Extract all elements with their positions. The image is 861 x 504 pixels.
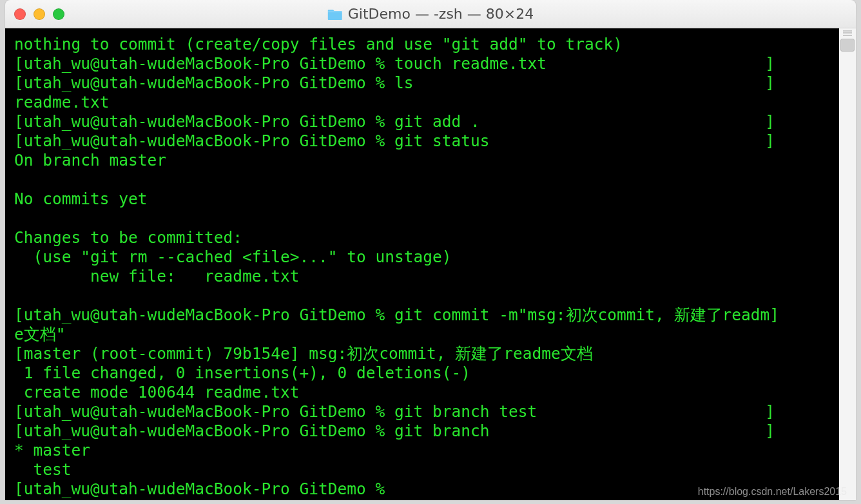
terminal-output[interactable]: nothing to commit (create/copy files and… (14, 35, 851, 499)
titlebar[interactable]: GitDemo — -zsh — 80×24 (5, 0, 856, 28)
minimize-icon[interactable] (34, 8, 45, 20)
scrollbar-track[interactable] (839, 28, 856, 500)
terminal-line (14, 209, 851, 228)
close-icon[interactable] (14, 8, 26, 20)
terminal-line: [master (root-commit) 79b154e] msg:初次com… (14, 344, 851, 363)
terminal-line: new file: readme.txt (14, 267, 851, 286)
window-title-group: GitDemo — -zsh — 80×24 (327, 6, 534, 22)
terminal-line: test (14, 460, 851, 480)
terminal-line: create mode 100644 readme.txt (14, 383, 851, 402)
terminal-line: [utah_wu@utah-wudeMacBook-Pro GitDemo % … (14, 305, 851, 325)
terminal-line: [utah_wu@utah-wudeMacBook-Pro GitDemo % … (14, 73, 851, 93)
terminal-line: No commits yet (14, 189, 851, 209)
terminal-line: Changes to be committed: (14, 228, 851, 247)
terminal-line: readme.txt (14, 93, 851, 112)
fullscreen-icon[interactable] (53, 8, 64, 20)
traffic-lights (14, 8, 64, 20)
window-title: GitDemo — -zsh — 80×24 (348, 6, 534, 22)
scroll-hatch-icon (839, 28, 856, 37)
terminal-line: [utah_wu@utah-wudeMacBook-Pro GitDemo % … (14, 112, 851, 131)
terminal-line: nothing to commit (create/copy files and… (14, 35, 851, 54)
scrollbar-thumb[interactable] (840, 39, 855, 52)
terminal-line (14, 286, 851, 305)
terminal-line: [utah_wu@utah-wudeMacBook-Pro GitDemo % … (14, 402, 851, 422)
terminal-line: [utah_wu@utah-wudeMacBook-Pro GitDemo % … (14, 54, 851, 73)
terminal-line: 1 file changed, 0 insertions(+), 0 delet… (14, 363, 851, 383)
terminal-line: [utah_wu@utah-wudeMacBook-Pro GitDemo % … (14, 422, 851, 441)
terminal-line: e文档" (14, 325, 851, 344)
folder-icon (327, 8, 343, 21)
terminal-line: * master (14, 441, 851, 460)
watermark-text: https://blog.csdn.net/Lakers2015 (698, 486, 847, 498)
terminal-window: GitDemo — -zsh — 80×24 nothing to commit… (5, 0, 856, 500)
terminal-line: (use "git rm --cached <file>..." to unst… (14, 247, 851, 267)
terminal-line: [utah_wu@utah-wudeMacBook-Pro GitDemo % … (14, 131, 851, 151)
terminal-pane[interactable]: nothing to commit (create/copy files and… (5, 28, 856, 500)
terminal-line: On branch master (14, 151, 851, 170)
terminal-line (14, 170, 851, 189)
